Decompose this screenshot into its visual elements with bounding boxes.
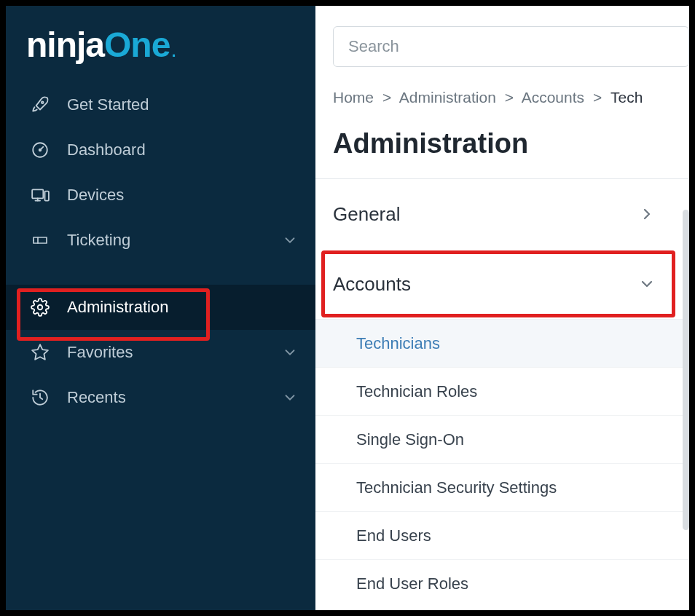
devices-icon bbox=[29, 184, 51, 206]
sidebar-item-ticketing[interactable]: Ticketing bbox=[6, 218, 315, 263]
subitem-label: End User Roles bbox=[356, 574, 468, 593]
subitem-technicians[interactable]: Technicians bbox=[315, 319, 689, 367]
subitem-end-users[interactable]: End Users bbox=[315, 511, 689, 559]
chevron-down-icon bbox=[282, 232, 298, 248]
svg-marker-6 bbox=[32, 344, 48, 360]
subitem-tech-security-settings[interactable]: Technician Security Settings bbox=[315, 463, 689, 511]
star-icon bbox=[29, 341, 51, 363]
logo-text-one: One bbox=[104, 25, 170, 65]
breadcrumb-item[interactable]: Home bbox=[333, 89, 374, 106]
sidebar-item-favorites[interactable]: Favorites bbox=[6, 330, 315, 375]
sidebar-item-label: Favorites bbox=[67, 343, 133, 362]
breadcrumb-sep: > bbox=[382, 89, 391, 106]
sidebar-item-label: Recents bbox=[67, 388, 126, 407]
subitem-single-sign-on[interactable]: Single Sign-On bbox=[315, 415, 689, 463]
chevron-right-icon bbox=[638, 205, 656, 223]
breadcrumb-item[interactable]: Administration bbox=[399, 89, 496, 106]
sidebar-item-administration[interactable]: Administration bbox=[6, 285, 315, 330]
svg-point-0 bbox=[42, 101, 44, 103]
subitem-technician-roles[interactable]: Technician Roles bbox=[315, 367, 689, 415]
subitem-label: Technician Roles bbox=[356, 382, 477, 401]
subitem-label: Technician Security Settings bbox=[356, 478, 557, 497]
sidebar-item-label: Devices bbox=[67, 186, 124, 205]
sidebar-item-devices[interactable]: Devices bbox=[6, 173, 315, 218]
section-label: General bbox=[333, 203, 401, 226]
logo-dot: . bbox=[171, 42, 175, 61]
logo-text-ninja: ninja bbox=[26, 25, 104, 65]
breadcrumb: Home > Administration > Accounts > Tech bbox=[315, 76, 689, 106]
breadcrumb-item[interactable]: Accounts bbox=[522, 89, 584, 106]
sidebar: ninjaOne. Get Started bbox=[6, 6, 315, 610]
subitem-label: Technicians bbox=[356, 334, 440, 353]
main-panel: Home > Administration > Accounts > Tech … bbox=[315, 6, 689, 610]
app-logo: ninjaOne. bbox=[6, 17, 315, 82]
section-accounts[interactable]: Accounts bbox=[315, 249, 689, 319]
gauge-icon bbox=[29, 139, 51, 161]
breadcrumb-item-current: Tech bbox=[610, 89, 643, 106]
gear-icon bbox=[29, 296, 51, 318]
sidebar-item-label: Administration bbox=[67, 298, 168, 317]
history-icon bbox=[29, 387, 51, 408]
sidebar-nav: Get Started Dashboard bbox=[6, 82, 315, 420]
subitem-end-user-roles[interactable]: End User Roles bbox=[315, 559, 689, 607]
breadcrumb-sep: > bbox=[593, 89, 602, 106]
scrollbar[interactable] bbox=[683, 210, 689, 530]
sidebar-item-recents[interactable]: Recents bbox=[6, 375, 315, 420]
chevron-down-icon bbox=[282, 344, 298, 360]
search-input[interactable] bbox=[333, 26, 689, 67]
rocket-icon bbox=[29, 94, 51, 116]
sidebar-item-dashboard[interactable]: Dashboard bbox=[6, 127, 315, 173]
sidebar-item-label: Dashboard bbox=[67, 141, 146, 159]
svg-point-2 bbox=[39, 149, 42, 151]
section-label: Accounts bbox=[333, 273, 411, 296]
sidebar-item-get-started[interactable]: Get Started bbox=[6, 82, 315, 127]
page-title: Administration bbox=[315, 106, 689, 178]
svg-rect-3 bbox=[32, 189, 43, 198]
svg-rect-4 bbox=[45, 191, 49, 201]
breadcrumb-sep: > bbox=[505, 89, 514, 106]
section-general[interactable]: General bbox=[315, 179, 689, 249]
subitem-label: End Users bbox=[356, 526, 431, 545]
chevron-down-icon bbox=[638, 275, 656, 293]
subitem-label: Single Sign-On bbox=[356, 430, 464, 449]
accounts-sublist: Technicians Technician Roles Single Sign… bbox=[315, 319, 689, 607]
chevron-down-icon bbox=[282, 390, 298, 406]
search-wrap bbox=[315, 6, 689, 76]
sidebar-item-label: Ticketing bbox=[67, 231, 130, 250]
svg-point-5 bbox=[38, 305, 43, 310]
sidebar-item-label: Get Started bbox=[67, 95, 149, 114]
ticket-icon bbox=[29, 229, 51, 251]
admin-sections: General Accounts Technicians bbox=[315, 179, 689, 607]
